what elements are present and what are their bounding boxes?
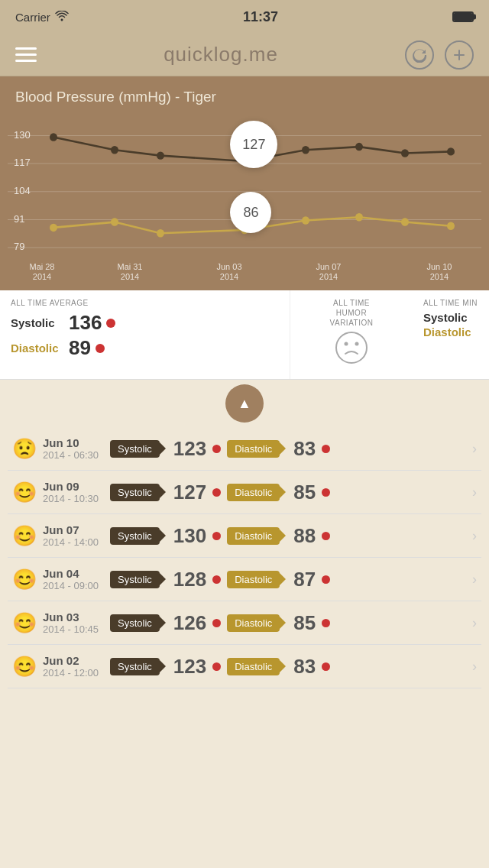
svg-text:Jun 10: Jun 10 [427,262,452,271]
svg-point-24 [302,216,309,224]
svg-text:Jun 03: Jun 03 [217,262,242,271]
svg-point-18 [401,149,409,157]
svg-text:2014: 2014 [430,272,449,280]
systolic-stat-name: Systolic [11,316,64,329]
svg-point-25 [355,213,363,221]
systolic-badge-1: Systolic [110,484,160,501]
diastolic-stat-value: 89 [69,336,91,360]
log-list: 😟 Jun 10 2014 - 06:30 Systolic 123 Diast… [0,427,489,688]
diastolic-value-0: 83 [293,437,316,461]
menu-button[interactable] [15,47,37,62]
diastolic-value-5: 83 [293,655,316,679]
expand-button[interactable]: ▲ [225,384,264,423]
systolic-value-1: 127 [173,481,206,504]
min-section: ALL TIME MIN Systolic Diastolic [413,290,489,379]
svg-point-26 [401,218,409,225]
svg-point-38 [336,332,367,363]
min-diastolic-name: Diastolic [423,326,477,338]
diastolic-stat-name: Diastolic [11,342,64,355]
diastolic-value-4: 85 [293,611,316,635]
stats-bar: ALL TIME AVERAGE Systolic 136 Diastolic … [0,290,489,380]
systolic-dot-1 [212,488,221,497]
systolic-value-2: 130 [173,524,206,548]
expand-bar: ▲ [0,380,489,427]
list-item-arrow-5: › [472,659,477,675]
battery-indicator [452,11,474,22]
systolic-stat-value: 136 [69,311,102,335]
log-values-0: Systolic 123 Diastolic 83 [110,437,466,461]
diastolic-badge-4: Diastolic [227,614,280,632]
svg-text:2014: 2014 [33,272,51,280]
svg-point-17 [355,143,363,151]
systolic-badge-4: Systolic [110,614,160,632]
systolic-value-3: 128 [173,568,206,591]
log-date-4: Jun 03 2014 - 10:45 [43,611,104,635]
log-date-2: Jun 07 2014 - 14:00 [43,523,104,548]
svg-text:130: 130 [14,128,31,140]
svg-text:104: 104 [14,185,31,196]
diastolic-dot-3 [322,575,330,584]
svg-point-14 [157,151,164,159]
svg-point-22 [157,229,164,237]
app-header: quicklog.me [0,34,489,76]
log-date-3: Jun 04 2014 - 09:00 [43,567,104,591]
min-diastolic-row: Diastolic [423,326,478,338]
log-item[interactable]: 😊 Jun 02 2014 - 12:00 Systolic 123 Diast… [8,645,481,688]
log-date-0: Jun 10 2014 - 06:30 [43,436,104,461]
avg-section: ALL TIME AVERAGE Systolic 136 Diastolic … [0,290,290,379]
log-item[interactable]: 😊 Jun 03 2014 - 10:45 Systolic 126 Diast… [8,601,481,645]
systolic-dot-4 [212,619,221,627]
log-values-2: Systolic 130 Diastolic 88 [110,524,466,548]
log-values-4: Systolic 126 Diastolic 85 [110,611,466,635]
svg-point-12 [50,133,57,141]
systolic-value-4: 126 [173,611,206,635]
svg-point-19 [447,147,455,155]
svg-text:2014: 2014 [220,272,238,280]
chart-container: 130 117 104 91 79 Ma [8,112,481,280]
svg-point-27 [447,222,455,230]
systolic-badge-5: Systolic [110,658,160,675]
svg-point-21 [111,218,118,225]
svg-point-16 [302,146,309,154]
refresh-button[interactable] [405,40,434,70]
diastolic-dot-2 [322,532,330,540]
min-label: ALL TIME MIN [423,298,478,308]
humor-section: ALL TIME HUMOR VARIATION [290,290,413,379]
list-item-arrow-0: › [472,441,477,457]
clock: 11:37 [243,9,278,25]
log-date-5: Jun 02 2014 - 12:00 [43,654,104,679]
diastolic-value-1: 85 [293,481,316,504]
svg-text:91: 91 [14,212,24,224]
log-values-3: Systolic 128 Diastolic 87 [110,568,466,591]
svg-point-40 [355,342,359,346]
add-button[interactable] [445,40,474,70]
log-item[interactable]: 😊 Jun 04 2014 - 09:00 Systolic 128 Diast… [8,558,481,601]
app-title: quicklog.me [164,43,278,66]
list-item-arrow-3: › [472,572,477,588]
systolic-dot-0 [212,445,221,453]
systolic-dot-3 [212,575,221,584]
log-item[interactable]: 😊 Jun 09 2014 - 10:30 Systolic 127 Diast… [8,471,481,514]
diastolic-badge-1: Diastolic [227,484,280,501]
carrier-info: Carrier [15,11,69,24]
carrier-label: Carrier [15,11,50,24]
svg-text:117: 117 [14,157,31,168]
systolic-dot-5 [212,662,221,671]
list-item-arrow-1: › [472,484,477,500]
log-item[interactable]: 😊 Jun 07 2014 - 14:00 Systolic 130 Diast… [8,514,481,558]
log-emoji-1: 😊 [12,481,37,504]
diastolic-dot [96,344,105,353]
svg-text:79: 79 [14,241,24,252]
log-item[interactable]: 😟 Jun 10 2014 - 06:30 Systolic 123 Diast… [8,427,481,471]
diastolic-badge-0: Diastolic [227,440,280,458]
diastolic-dot-0 [322,445,330,453]
diastolic-badge-2: Diastolic [227,527,280,545]
diastolic-value-3: 87 [293,568,316,591]
list-item-arrow-4: › [472,615,477,631]
list-item-arrow-2: › [472,528,477,544]
diastolic-badge-3: Diastolic [227,571,280,588]
diastolic-bubble: 86 [230,192,271,233]
systolic-value-0: 123 [173,437,206,461]
svg-rect-1 [454,54,465,56]
chart-section: Blood Pressure (mmHg) - Tiger 130 117 10… [0,76,489,290]
